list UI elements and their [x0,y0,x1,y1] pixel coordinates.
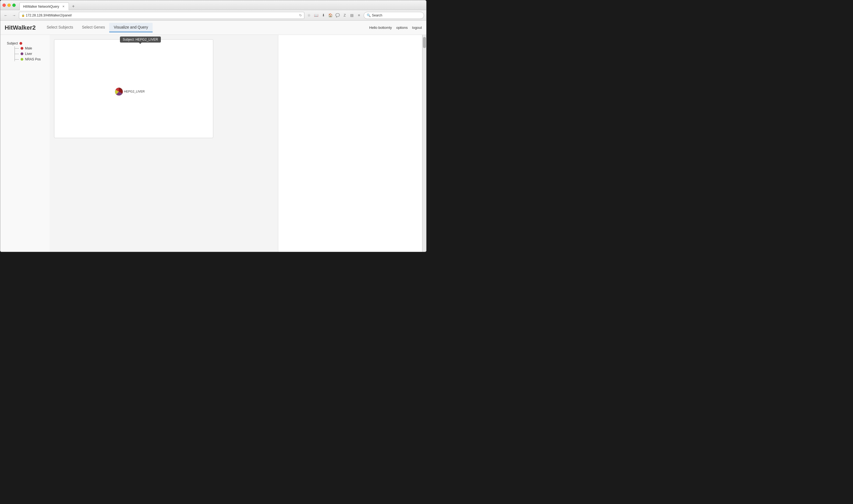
male-legend-dot [21,47,23,50]
nras-legend-label: NRAS Pos [25,57,41,61]
minimize-button[interactable] [7,4,11,7]
new-tab-button[interactable]: + [70,3,77,10]
scrollbar-thumb[interactable] [423,37,426,48]
node-pie-chart [115,88,123,96]
url-lock-icon: 🔒 [21,14,25,17]
logout-link[interactable]: logout [412,25,422,30]
header-right: Hello bottomly options logout [369,25,422,30]
sidebar-toggle-icon[interactable]: ▤ [349,12,355,18]
nav-tabs: Select Subjects Select Genes Visualize a… [42,23,369,32]
nav-bar: ← → 🔒 172.28.128.3/HitWalker2/panel/ ↻ ☆… [0,10,426,21]
options-link[interactable]: options [396,25,408,30]
liver-legend-dot [21,52,23,55]
right-sidebar [278,35,426,252]
download-icon[interactable]: ⬇ [320,12,326,18]
url-text: 172.28.128.3/HitWalker2/panel/ [26,14,298,17]
search-placeholder: Search [372,14,382,17]
graph-canvas[interactable]: HEPG2_LIVER [54,39,213,138]
liver-legend-label: Liver [25,52,32,56]
reader-icon[interactable]: 📖 [313,12,319,18]
refresh-icon[interactable]: ↻ [299,14,302,17]
app-header: HitWalker2 Select Subjects Select Genes … [0,21,426,35]
node-label: HEPG2_LIVER [124,90,145,93]
maximize-button[interactable] [12,4,16,7]
page-scrollbar[interactable] [422,35,426,252]
node-hepg2-liver[interactable]: HEPG2_LIVER [115,88,123,97]
legend-panel: Subject Male [0,35,50,252]
zotero-icon[interactable]: Z [342,12,348,18]
tab-select-subjects[interactable]: Select Subjects [42,23,78,32]
browser-tab[interactable]: HitWalker NetworkQuery ✕ [19,2,69,10]
back-button[interactable]: ← [2,12,9,19]
app-brand: HitWalker2 [5,24,36,31]
url-bar[interactable]: 🔒 172.28.128.3/HitWalker2/panel/ ↻ [19,12,304,19]
tab-title: HitWalker NetworkQuery [23,5,59,8]
main-content: Subject Male [0,35,426,252]
bookmark-icon[interactable]: ☆ [306,12,312,18]
chat-icon[interactable]: 💬 [334,12,341,18]
browser-window: HitWalker NetworkQuery ✕ + ← → 🔒 172.28.… [0,0,426,252]
tab-select-genes[interactable]: Select Genes [77,23,109,32]
nras-legend-dot [21,58,23,61]
tab-visualize-query[interactable]: Visualize and Query [109,23,152,32]
nav-icon-group: ☆ 📖 ⬇ 🏠 💬 Z ▤ ≡ [306,12,362,18]
search-icon: 🔍 [367,14,371,17]
browser-search-bar[interactable]: 🔍 Search [364,12,424,19]
graph-panel: Subject: HEPG2_LIVER [50,35,278,252]
home-icon[interactable]: 🏠 [327,12,333,18]
tab-bar: HitWalker NetworkQuery ✕ + [19,0,424,10]
male-legend-label: Male [25,47,32,50]
forward-button[interactable]: → [11,12,17,19]
menu-icon[interactable]: ≡ [356,12,362,18]
traffic-lights [2,4,16,7]
tab-close-button[interactable]: ✕ [61,5,65,8]
header-user: Hello bottomly [369,25,392,30]
title-bar: HitWalker NetworkQuery ✕ + [0,0,426,10]
subject-label: Subject [7,41,18,45]
legend-tree: Subject Male [5,39,45,64]
page-content: HitWalker2 Select Subjects Select Genes … [0,21,426,252]
subject-root-dot [19,42,22,45]
close-button[interactable] [2,4,6,7]
